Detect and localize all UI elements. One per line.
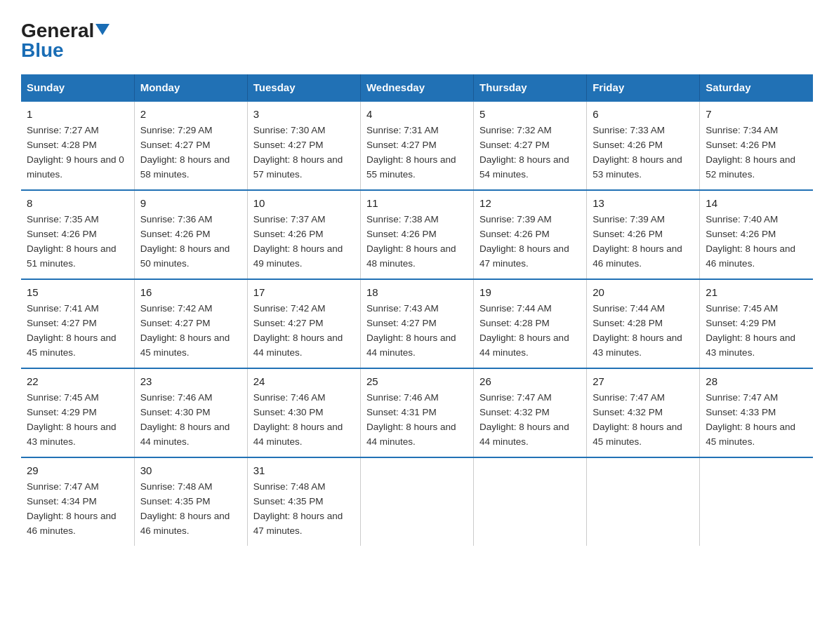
calendar-cell: 16Sunrise: 7:42 AMSunset: 4:27 PMDayligh…	[134, 279, 247, 368]
day-info: Sunrise: 7:46 AMSunset: 4:30 PMDaylight:…	[140, 392, 230, 447]
day-number: 30	[140, 462, 241, 478]
calendar-table: SundayMondayTuesdayWednesdayThursdayFrid…	[21, 74, 813, 546]
day-number: 20	[593, 284, 694, 300]
day-number: 18	[366, 284, 468, 300]
day-info: Sunrise: 7:40 AMSunset: 4:26 PMDaylight:…	[706, 214, 795, 269]
day-number: 31	[253, 462, 355, 478]
day-number: 24	[253, 373, 355, 389]
day-number: 26	[479, 373, 581, 389]
calendar-cell: 14Sunrise: 7:40 AMSunset: 4:26 PMDayligh…	[700, 190, 813, 279]
day-info: Sunrise: 7:42 AMSunset: 4:27 PMDaylight:…	[253, 303, 343, 358]
calendar-header-row: SundayMondayTuesdayWednesdayThursdayFrid…	[21, 74, 813, 101]
calendar-cell: 10Sunrise: 7:37 AMSunset: 4:26 PMDayligh…	[247, 190, 360, 279]
calendar-week-row: 29Sunrise: 7:47 AMSunset: 4:34 PMDayligh…	[21, 457, 813, 546]
day-number: 14	[706, 195, 807, 211]
day-number: 17	[253, 284, 355, 300]
calendar-cell: 31Sunrise: 7:48 AMSunset: 4:35 PMDayligh…	[247, 457, 360, 546]
day-number: 28	[706, 373, 807, 389]
day-number: 7	[706, 106, 807, 122]
day-number: 13	[593, 195, 694, 211]
calendar-cell: 24Sunrise: 7:46 AMSunset: 4:30 PMDayligh…	[247, 368, 360, 457]
day-info: Sunrise: 7:27 AMSunset: 4:28 PMDaylight:…	[27, 125, 124, 180]
day-info: Sunrise: 7:44 AMSunset: 4:28 PMDaylight:…	[593, 303, 682, 358]
calendar-week-row: 8Sunrise: 7:35 AMSunset: 4:26 PMDaylight…	[21, 190, 813, 279]
calendar-header-sunday: Sunday	[21, 74, 134, 101]
logo: General Blue	[21, 20, 110, 62]
day-info: Sunrise: 7:46 AMSunset: 4:31 PMDaylight:…	[366, 392, 456, 447]
day-info: Sunrise: 7:31 AMSunset: 4:27 PMDaylight:…	[366, 125, 456, 180]
day-info: Sunrise: 7:48 AMSunset: 4:35 PMDaylight:…	[140, 481, 230, 536]
calendar-cell: 12Sunrise: 7:39 AMSunset: 4:26 PMDayligh…	[474, 190, 587, 279]
day-info: Sunrise: 7:45 AMSunset: 4:29 PMDaylight:…	[27, 392, 117, 447]
day-number: 5	[479, 106, 581, 122]
day-number: 27	[593, 373, 694, 389]
calendar-cell: 30Sunrise: 7:48 AMSunset: 4:35 PMDayligh…	[134, 457, 247, 546]
day-number: 1	[27, 106, 128, 122]
calendar-cell: 20Sunrise: 7:44 AMSunset: 4:28 PMDayligh…	[587, 279, 700, 368]
calendar-cell: 2Sunrise: 7:29 AMSunset: 4:27 PMDaylight…	[134, 101, 247, 190]
calendar-cell: 5Sunrise: 7:32 AMSunset: 4:27 PMDaylight…	[474, 101, 587, 190]
day-number: 15	[27, 284, 128, 300]
calendar-cell: 1Sunrise: 7:27 AMSunset: 4:28 PMDaylight…	[21, 101, 134, 190]
day-info: Sunrise: 7:45 AMSunset: 4:29 PMDaylight:…	[706, 303, 795, 358]
day-number: 6	[593, 106, 694, 122]
calendar-header-thursday: Thursday	[474, 74, 587, 101]
calendar-header-friday: Friday	[587, 74, 700, 101]
calendar-cell: 3Sunrise: 7:30 AMSunset: 4:27 PMDaylight…	[247, 101, 360, 190]
calendar-cell: 22Sunrise: 7:45 AMSunset: 4:29 PMDayligh…	[21, 368, 134, 457]
calendar-week-row: 22Sunrise: 7:45 AMSunset: 4:29 PMDayligh…	[21, 368, 813, 457]
day-info: Sunrise: 7:47 AMSunset: 4:32 PMDaylight:…	[593, 392, 682, 447]
day-info: Sunrise: 7:34 AMSunset: 4:26 PMDaylight:…	[706, 125, 795, 180]
day-info: Sunrise: 7:32 AMSunset: 4:27 PMDaylight:…	[479, 125, 569, 180]
day-info: Sunrise: 7:39 AMSunset: 4:26 PMDaylight:…	[479, 214, 569, 269]
day-number: 4	[366, 106, 468, 122]
day-info: Sunrise: 7:43 AMSunset: 4:27 PMDaylight:…	[366, 303, 456, 358]
day-number: 19	[479, 284, 581, 300]
day-info: Sunrise: 7:47 AMSunset: 4:32 PMDaylight:…	[479, 392, 569, 447]
calendar-week-row: 15Sunrise: 7:41 AMSunset: 4:27 PMDayligh…	[21, 279, 813, 368]
day-number: 16	[140, 284, 241, 300]
day-number: 2	[140, 106, 241, 122]
day-info: Sunrise: 7:35 AMSunset: 4:26 PMDaylight:…	[27, 214, 117, 269]
calendar-cell	[360, 457, 473, 546]
calendar-week-row: 1Sunrise: 7:27 AMSunset: 4:28 PMDaylight…	[21, 101, 813, 190]
day-number: 9	[140, 195, 241, 211]
day-info: Sunrise: 7:44 AMSunset: 4:28 PMDaylight:…	[479, 303, 569, 358]
calendar-header-tuesday: Tuesday	[247, 74, 360, 101]
day-info: Sunrise: 7:47 AMSunset: 4:34 PMDaylight:…	[27, 481, 117, 536]
day-info: Sunrise: 7:29 AMSunset: 4:27 PMDaylight:…	[140, 125, 230, 180]
calendar-cell	[587, 457, 700, 546]
day-number: 23	[140, 373, 241, 389]
day-info: Sunrise: 7:41 AMSunset: 4:27 PMDaylight:…	[27, 303, 117, 358]
day-number: 21	[706, 284, 807, 300]
logo-triangle-icon	[95, 24, 110, 35]
calendar-cell: 8Sunrise: 7:35 AMSunset: 4:26 PMDaylight…	[21, 190, 134, 279]
day-number: 29	[27, 462, 128, 478]
page-header: General Blue	[21, 14, 813, 62]
day-info: Sunrise: 7:48 AMSunset: 4:35 PMDaylight:…	[253, 481, 343, 536]
calendar-cell: 15Sunrise: 7:41 AMSunset: 4:27 PMDayligh…	[21, 279, 134, 368]
day-info: Sunrise: 7:46 AMSunset: 4:30 PMDaylight:…	[253, 392, 343, 447]
calendar-header-saturday: Saturday	[700, 74, 813, 101]
day-info: Sunrise: 7:39 AMSunset: 4:26 PMDaylight:…	[593, 214, 682, 269]
calendar-cell	[474, 457, 587, 546]
day-info: Sunrise: 7:30 AMSunset: 4:27 PMDaylight:…	[253, 125, 343, 180]
calendar-cell: 9Sunrise: 7:36 AMSunset: 4:26 PMDaylight…	[134, 190, 247, 279]
day-info: Sunrise: 7:38 AMSunset: 4:26 PMDaylight:…	[366, 214, 456, 269]
logo-blue: Blue	[21, 39, 64, 62]
calendar-cell: 18Sunrise: 7:43 AMSunset: 4:27 PMDayligh…	[360, 279, 473, 368]
calendar-cell: 26Sunrise: 7:47 AMSunset: 4:32 PMDayligh…	[474, 368, 587, 457]
day-info: Sunrise: 7:36 AMSunset: 4:26 PMDaylight:…	[140, 214, 230, 269]
calendar-cell: 4Sunrise: 7:31 AMSunset: 4:27 PMDaylight…	[360, 101, 473, 190]
calendar-cell: 19Sunrise: 7:44 AMSunset: 4:28 PMDayligh…	[474, 279, 587, 368]
day-number: 25	[366, 373, 468, 389]
calendar-cell: 25Sunrise: 7:46 AMSunset: 4:31 PMDayligh…	[360, 368, 473, 457]
day-number: 12	[479, 195, 581, 211]
calendar-cell	[700, 457, 813, 546]
calendar-cell: 7Sunrise: 7:34 AMSunset: 4:26 PMDaylight…	[700, 101, 813, 190]
day-number: 3	[253, 106, 355, 122]
day-number: 8	[27, 195, 128, 211]
day-info: Sunrise: 7:37 AMSunset: 4:26 PMDaylight:…	[253, 214, 343, 269]
calendar-cell: 6Sunrise: 7:33 AMSunset: 4:26 PMDaylight…	[587, 101, 700, 190]
calendar-cell: 13Sunrise: 7:39 AMSunset: 4:26 PMDayligh…	[587, 190, 700, 279]
